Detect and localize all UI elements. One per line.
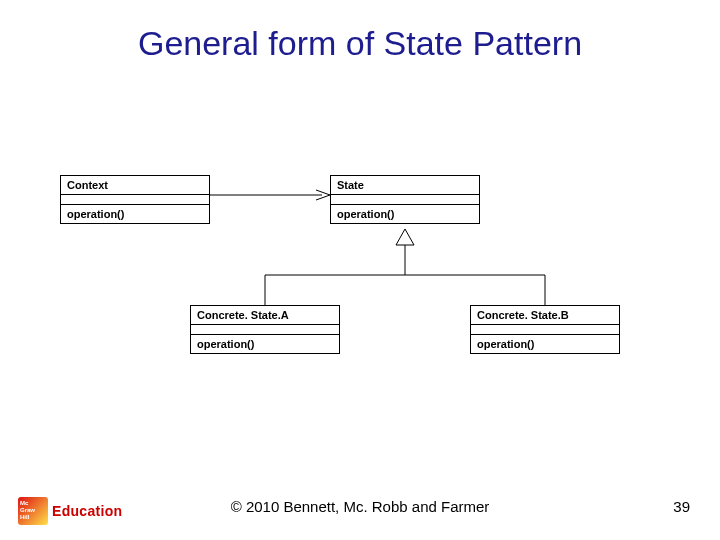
class-op: operation() bbox=[471, 335, 619, 353]
uml-class-context: Context operation() bbox=[60, 175, 210, 224]
class-op: operation() bbox=[61, 205, 209, 223]
class-name: Context bbox=[61, 176, 209, 195]
class-name: Concrete. State.B bbox=[471, 306, 619, 325]
generalization-triangle-icon bbox=[396, 229, 414, 245]
page-title: General form of State Pattern bbox=[0, 24, 720, 63]
uml-class-concrete-b: Concrete. State.B operation() bbox=[470, 305, 620, 354]
class-attrs-empty bbox=[471, 325, 619, 335]
page-number: 39 bbox=[673, 498, 690, 515]
class-name: State bbox=[331, 176, 479, 195]
publisher-logo: Education bbox=[18, 494, 128, 528]
uml-class-state: State operation() bbox=[330, 175, 480, 224]
logo-text: Education bbox=[52, 503, 122, 519]
class-attrs-empty bbox=[61, 195, 209, 205]
class-name: Concrete. State.A bbox=[191, 306, 339, 325]
mcgraw-hill-mark-icon bbox=[18, 497, 48, 525]
slide: General form of State Pattern Context op… bbox=[0, 0, 720, 540]
state-pattern-diagram: Context operation() State operation() Co… bbox=[60, 175, 660, 395]
association-arrowhead-icon bbox=[316, 190, 330, 200]
class-op: operation() bbox=[191, 335, 339, 353]
class-attrs-empty bbox=[191, 325, 339, 335]
class-op: operation() bbox=[331, 205, 479, 223]
uml-class-concrete-a: Concrete. State.A operation() bbox=[190, 305, 340, 354]
class-attrs-empty bbox=[331, 195, 479, 205]
